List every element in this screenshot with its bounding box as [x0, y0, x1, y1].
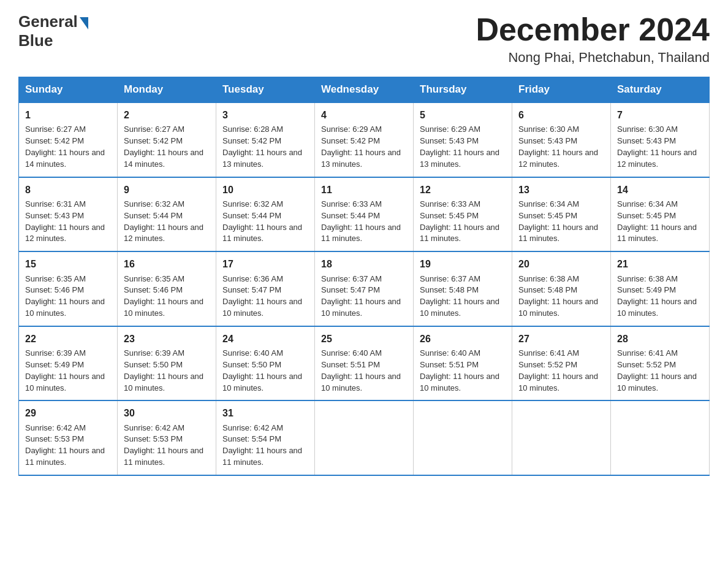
day-number: 12 [420, 183, 506, 197]
sunset-text: Sunset: 5:45 PM [518, 210, 604, 222]
sunset-text: Sunset: 5:44 PM [321, 210, 407, 222]
day-number: 1 [25, 108, 111, 122]
sunrise-text: Sunrise: 6:27 AM [124, 124, 210, 136]
table-cell: 14Sunrise: 6:34 AMSunset: 5:45 PMDayligh… [611, 177, 710, 252]
sunset-text: Sunset: 5:51 PM [420, 359, 506, 371]
sunrise-text: Sunrise: 6:38 AM [617, 274, 703, 285]
sunrise-text: Sunrise: 6:39 AM [124, 348, 210, 359]
day-number: 29 [25, 406, 111, 420]
table-cell: 12Sunrise: 6:33 AMSunset: 5:45 PMDayligh… [414, 177, 512, 252]
daylight-text: Daylight: 11 hours and 12 minutes. [518, 147, 604, 170]
sunset-text: Sunset: 5:47 PM [321, 285, 407, 296]
col-friday: Friday [512, 77, 611, 103]
logo-general-text: General [18, 12, 78, 31]
day-number: 13 [518, 183, 604, 197]
table-cell: 22Sunrise: 6:39 AMSunset: 5:49 PMDayligh… [19, 326, 118, 401]
table-cell: 31Sunrise: 6:42 AMSunset: 5:54 PMDayligh… [216, 400, 315, 475]
daylight-text: Daylight: 11 hours and 14 minutes. [124, 147, 210, 170]
sunrise-text: Sunrise: 6:42 AM [124, 423, 210, 434]
table-cell: 15Sunrise: 6:35 AMSunset: 5:46 PMDayligh… [19, 251, 118, 326]
daylight-text: Daylight: 11 hours and 10 minutes. [25, 296, 111, 320]
day-number: 23 [124, 332, 210, 346]
sunrise-text: Sunrise: 6:42 AM [222, 423, 308, 434]
day-number: 9 [124, 183, 210, 197]
sunrise-text: Sunrise: 6:29 AM [420, 124, 506, 136]
week-row-1: 1Sunrise: 6:27 AMSunset: 5:42 PMDaylight… [19, 102, 710, 177]
table-cell: 2Sunrise: 6:27 AMSunset: 5:42 PMDaylight… [118, 102, 216, 177]
daylight-text: Daylight: 11 hours and 13 minutes. [420, 147, 506, 170]
table-cell: 30Sunrise: 6:42 AMSunset: 5:53 PMDayligh… [118, 400, 216, 475]
daylight-text: Daylight: 11 hours and 10 minutes. [25, 371, 111, 394]
sunset-text: Sunset: 5:52 PM [518, 359, 604, 371]
week-row-5: 29Sunrise: 6:42 AMSunset: 5:53 PMDayligh… [19, 400, 710, 475]
location-subtitle: Nong Phai, Phetchabun, Thailand [476, 50, 710, 66]
daylight-text: Daylight: 11 hours and 10 minutes. [321, 296, 407, 320]
daylight-text: Daylight: 11 hours and 12 minutes. [617, 147, 703, 170]
daylight-text: Daylight: 11 hours and 10 minutes. [518, 371, 604, 394]
sunrise-text: Sunrise: 6:40 AM [321, 348, 407, 359]
sunset-text: Sunset: 5:48 PM [518, 285, 604, 296]
daylight-text: Daylight: 11 hours and 10 minutes. [518, 296, 604, 320]
page-header: General Blue December 2024 Nong Phai, Ph… [18, 12, 710, 66]
sunrise-text: Sunrise: 6:30 AM [617, 124, 703, 136]
sunset-text: Sunset: 5:42 PM [222, 136, 308, 147]
col-tuesday: Tuesday [216, 77, 315, 103]
table-cell: 20Sunrise: 6:38 AMSunset: 5:48 PMDayligh… [512, 251, 611, 326]
day-number: 10 [222, 183, 308, 197]
logo-triangle-icon [80, 17, 88, 29]
sunrise-text: Sunrise: 6:34 AM [518, 199, 604, 210]
table-cell: 23Sunrise: 6:39 AMSunset: 5:50 PMDayligh… [118, 326, 216, 401]
daylight-text: Daylight: 11 hours and 12 minutes. [124, 222, 210, 245]
week-row-2: 8Sunrise: 6:31 AMSunset: 5:43 PMDaylight… [19, 177, 710, 252]
day-number: 3 [222, 108, 308, 122]
table-cell: 13Sunrise: 6:34 AMSunset: 5:45 PMDayligh… [512, 177, 611, 252]
table-cell: 7Sunrise: 6:30 AMSunset: 5:43 PMDaylight… [611, 102, 710, 177]
daylight-text: Daylight: 11 hours and 11 minutes. [25, 445, 111, 469]
sunset-text: Sunset: 5:44 PM [222, 210, 308, 222]
sunset-text: Sunset: 5:53 PM [124, 434, 210, 445]
col-wednesday: Wednesday [315, 77, 414, 103]
sunset-text: Sunset: 5:48 PM [420, 285, 506, 296]
sunset-text: Sunset: 5:54 PM [222, 434, 308, 445]
table-cell: 4Sunrise: 6:29 AMSunset: 5:42 PMDaylight… [315, 102, 414, 177]
day-number: 16 [124, 257, 210, 271]
table-cell: 18Sunrise: 6:37 AMSunset: 5:47 PMDayligh… [315, 251, 414, 326]
week-row-3: 15Sunrise: 6:35 AMSunset: 5:46 PMDayligh… [19, 251, 710, 326]
sunrise-text: Sunrise: 6:40 AM [420, 348, 506, 359]
calendar-header: Sunday Monday Tuesday Wednesday Thursday… [19, 77, 710, 103]
daylight-text: Daylight: 11 hours and 10 minutes. [420, 296, 506, 320]
sunset-text: Sunset: 5:45 PM [420, 210, 506, 222]
month-year-title: December 2024 [476, 12, 710, 47]
logo-blue-text: Blue [18, 31, 53, 50]
daylight-text: Daylight: 11 hours and 10 minutes. [617, 371, 703, 394]
day-number: 25 [321, 332, 407, 346]
daylight-text: Daylight: 11 hours and 14 minutes. [25, 147, 111, 170]
sunset-text: Sunset: 5:43 PM [25, 210, 111, 222]
sunset-text: Sunset: 5:42 PM [25, 136, 111, 147]
sunset-text: Sunset: 5:44 PM [124, 210, 210, 222]
table-cell: 28Sunrise: 6:41 AMSunset: 5:52 PMDayligh… [611, 326, 710, 401]
sunrise-text: Sunrise: 6:32 AM [124, 199, 210, 210]
sunrise-text: Sunrise: 6:28 AM [222, 124, 308, 136]
day-number: 5 [420, 108, 506, 122]
sunset-text: Sunset: 5:46 PM [25, 285, 111, 296]
daylight-text: Daylight: 11 hours and 11 minutes. [617, 222, 703, 245]
sunset-text: Sunset: 5:46 PM [124, 285, 210, 296]
day-number: 28 [617, 332, 703, 346]
table-cell: 27Sunrise: 6:41 AMSunset: 5:52 PMDayligh… [512, 326, 611, 401]
table-cell: 16Sunrise: 6:35 AMSunset: 5:46 PMDayligh… [118, 251, 216, 326]
sunrise-text: Sunrise: 6:33 AM [321, 199, 407, 210]
day-number: 4 [321, 108, 407, 122]
sunrise-text: Sunrise: 6:34 AM [617, 199, 703, 210]
day-number: 14 [617, 183, 703, 197]
col-saturday: Saturday [611, 77, 710, 103]
table-cell: 21Sunrise: 6:38 AMSunset: 5:49 PMDayligh… [611, 251, 710, 326]
sunrise-text: Sunrise: 6:33 AM [420, 199, 506, 210]
daylight-text: Daylight: 11 hours and 11 minutes. [420, 222, 506, 245]
day-number: 8 [25, 183, 111, 197]
sunrise-text: Sunrise: 6:39 AM [25, 348, 111, 359]
sunset-text: Sunset: 5:52 PM [617, 359, 703, 371]
table-cell: 19Sunrise: 6:37 AMSunset: 5:48 PMDayligh… [414, 251, 512, 326]
table-cell [611, 400, 710, 475]
day-number: 22 [25, 332, 111, 346]
